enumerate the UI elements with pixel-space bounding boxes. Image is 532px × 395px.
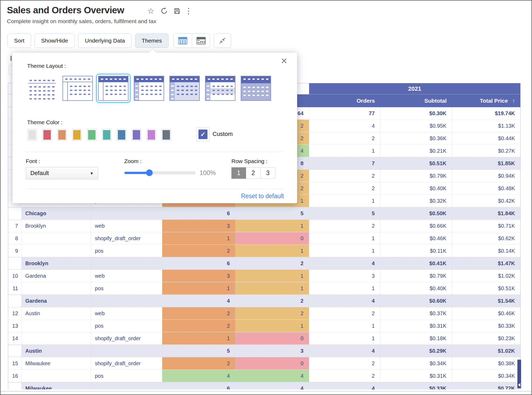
cell-orders[interactable]: 4	[309, 120, 380, 132]
collapse-icon[interactable]	[214, 34, 231, 48]
cell-subtotal[interactable]: $0.41K	[380, 257, 452, 269]
cell-a[interactable]: 2	[162, 320, 235, 332]
cell-subtotal[interactable]: $0.11K	[380, 245, 452, 257]
cell-subtotal[interactable]: $0.46K	[380, 232, 452, 244]
toolbar-button-themes[interactable]: Themes	[135, 34, 169, 48]
cell-subtotal[interactable]: $0.40K	[380, 182, 452, 194]
cell-orders[interactable]: 1	[309, 282, 380, 294]
cell-orders[interactable]: 1	[309, 245, 380, 257]
cell-subtotal[interactable]: $0.51K	[380, 157, 452, 169]
cell-b[interactable]: 5	[235, 207, 309, 219]
theme-layout-option-header-col[interactable]	[132, 74, 166, 103]
cell-subtotal[interactable]: $0.37K	[380, 307, 452, 319]
cell-b[interactable]: 2	[235, 307, 309, 319]
cell-orders[interactable]: 2	[309, 370, 380, 382]
cell-orders[interactable]: 4	[309, 257, 380, 269]
cell-subtotal[interactable]: $0.40K	[380, 282, 452, 294]
table-view-icon[interactable]	[174, 34, 192, 48]
toolbar-button-underlying-data[interactable]: Underlying Data	[78, 34, 132, 48]
cell-subtotal[interactable]: $0.31K	[380, 320, 452, 332]
cell-subtotal[interactable]: $0.30K	[380, 107, 452, 119]
cell-total[interactable]: $1.02K	[452, 270, 520, 282]
cell-orders[interactable]: 2	[309, 132, 380, 144]
row-spacing-option-3[interactable]: 3	[261, 167, 275, 179]
cell-a[interactable]: 1	[162, 282, 235, 294]
cell-orders[interactable]: 4	[309, 295, 380, 307]
theme-layout-option-header[interactable]	[96, 74, 130, 103]
cell-b[interactable]: 1	[235, 245, 309, 257]
cell-orders[interactable]: 5	[309, 207, 380, 219]
cell-orders[interactable]: 1	[309, 232, 380, 244]
cell-subtotal[interactable]: $0.21K	[380, 145, 452, 157]
column-header-subtotal[interactable]: Subtotal	[380, 94, 452, 107]
cell-b[interactable]: 4	[235, 370, 309, 382]
theme-layout-option-header-col-shaded[interactable]	[168, 74, 202, 103]
pivot-view-icon[interactable]	[192, 34, 210, 48]
color-swatch-9[interactable]	[162, 129, 171, 140]
favorite-star-icon[interactable]: ☆	[146, 6, 155, 15]
cell-total[interactable]: $0.23K	[452, 332, 520, 344]
cell-a[interactable]: 3	[162, 270, 235, 282]
theme-layout-option-header-striped[interactable]	[203, 74, 237, 103]
cell-total[interactable]: $0.71K	[452, 220, 520, 232]
cell-orders[interactable]: 1	[309, 145, 380, 157]
cell-subtotal[interactable]: $0.34K	[380, 357, 452, 369]
cell-b[interactable]: 0	[235, 332, 309, 344]
color-swatch-7[interactable]	[132, 129, 141, 140]
cell-orders[interactable]: 2	[309, 357, 380, 369]
color-swatch-0[interactable]	[28, 129, 37, 140]
cell-orders[interactable]: 1	[309, 320, 380, 332]
cell-b[interactable]: 1	[235, 320, 309, 332]
theme-layout-option-plain[interactable]	[25, 74, 59, 103]
more-options-icon[interactable]: ⋮	[184, 6, 193, 15]
cell-total[interactable]: $0.27K	[452, 145, 520, 157]
color-swatch-6[interactable]	[117, 129, 126, 140]
cell-subtotal[interactable]: $0.50K	[380, 207, 452, 219]
cell-total[interactable]: $0.72K	[452, 382, 520, 389]
reset-to-default-link[interactable]: Reset to default	[241, 193, 284, 200]
cell-subtotal[interactable]: $0.66K	[380, 220, 452, 232]
cell-subtotal[interactable]: $0.31K	[380, 370, 452, 382]
cell-a[interactable]: 4	[162, 370, 235, 382]
refresh-icon[interactable]	[160, 6, 169, 15]
custom-color-checkbox[interactable]: ✓	[197, 127, 209, 141]
close-icon[interactable]: ✕	[281, 57, 288, 65]
cell-orders[interactable]: 3	[309, 270, 380, 282]
cell-total[interactable]: $1.13K	[452, 120, 520, 132]
toolbar-button-show-hide[interactable]: Show/Hide	[35, 34, 75, 48]
save-icon[interactable]	[172, 6, 181, 15]
cell-b[interactable]: 0	[235, 232, 309, 244]
cell-total[interactable]: $1.85K	[452, 157, 520, 169]
column-header-total-price[interactable]: Total Price ↑	[452, 94, 520, 107]
cell-subtotal[interactable]: $0.79K	[380, 270, 452, 282]
cell-subtotal[interactable]: $0.95K	[380, 120, 452, 132]
cell-b[interactable]: 1	[235, 270, 309, 282]
cell-total[interactable]: $0.42K	[452, 195, 520, 207]
cell-a[interactable]: 2	[162, 245, 235, 257]
row-spacing-option-2[interactable]: 2	[246, 167, 261, 179]
cell-b[interactable]: 2	[235, 295, 309, 307]
cell-subtotal[interactable]: $0.18K	[380, 332, 452, 344]
cell-total[interactable]: $0.14K	[452, 245, 520, 257]
cell-subtotal[interactable]: $0.36K	[380, 132, 452, 144]
cell-a[interactable]: 4	[162, 295, 235, 307]
cell-total[interactable]: $0.48K	[452, 182, 520, 194]
cell-total[interactable]: $0.33K	[452, 320, 520, 332]
cell-orders[interactable]: 7	[309, 157, 380, 169]
cell-a[interactable]: 6	[162, 257, 235, 269]
cell-b[interactable]: 3	[235, 345, 309, 357]
cell-total[interactable]: $1.84K	[452, 207, 520, 219]
cell-orders[interactable]: 1	[309, 332, 380, 344]
cell-b[interactable]: 4	[235, 382, 309, 389]
cell-b[interactable]: 1	[235, 220, 309, 232]
cell-b[interactable]: 1	[235, 282, 309, 294]
cell-a[interactable]: 6	[162, 207, 235, 219]
color-swatch-3[interactable]	[72, 129, 81, 140]
cell-orders[interactable]: 2	[309, 220, 380, 232]
color-swatch-1[interactable]	[43, 129, 52, 140]
cell-subtotal[interactable]: $0.79K	[380, 170, 452, 182]
cell-orders[interactable]: 4	[309, 345, 380, 357]
cell-subtotal[interactable]: $0.60K	[380, 295, 452, 307]
zoom-slider-thumb[interactable]	[146, 169, 153, 176]
theme-layout-option-header-dark[interactable]	[239, 74, 273, 103]
